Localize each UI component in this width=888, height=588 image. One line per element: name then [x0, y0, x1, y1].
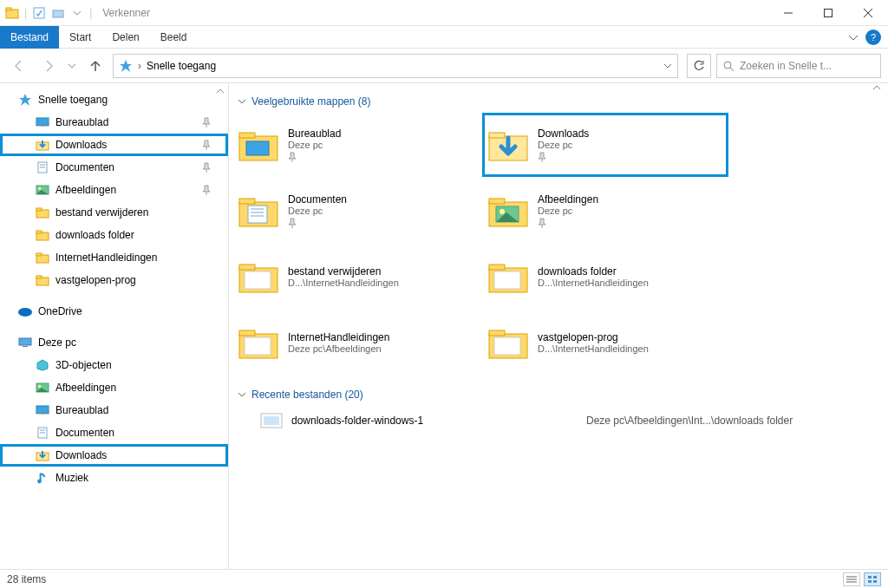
svg-rect-76 [873, 580, 877, 583]
sidebar-item-qa[interactable]: vastgelopen-prog [0, 269, 228, 291]
svg-rect-69 [264, 416, 279, 425]
ribbon-tab-delen[interactable]: Delen [101, 26, 149, 49]
folder-name: Bureaublad [288, 127, 341, 140]
breadcrumb-chevron-icon[interactable]: › [138, 60, 141, 72]
address-bar[interactable]: › Snelle toegang [113, 54, 678, 78]
folder-icon [35, 251, 50, 265]
window-title: Verkenner [102, 7, 150, 19]
maximize-button[interactable] [808, 0, 848, 26]
folder-card[interactable]: BureaubladDeze pc [234, 114, 477, 175]
view-large-icons-button[interactable] [864, 572, 881, 586]
address-dropdown-icon[interactable] [663, 62, 672, 70]
svg-rect-2 [34, 8, 44, 18]
qat-dropdown-icon[interactable] [70, 6, 84, 20]
sidebar-scroll-up-icon[interactable] [212, 83, 228, 99]
pin-icon [538, 152, 589, 162]
sidebar-item-pc[interactable]: Afbeeldingen [0, 376, 228, 399]
section-label: Recente bestanden (20) [251, 389, 363, 401]
sidebar-item-qa[interactable]: downloads folder [0, 224, 228, 246]
section-recent-files[interactable]: Recente bestanden (20) [234, 385, 879, 408]
content-scroll-up-icon[interactable] [872, 83, 888, 99]
folder-icon [35, 273, 50, 287]
svg-rect-13 [41, 124, 45, 126]
nav-back-button[interactable] [7, 54, 31, 78]
recent-file-row[interactable]: downloads-folder-windows-1Deze pc\Afbeel… [234, 408, 879, 434]
qat-newfolder-icon[interactable] [51, 6, 65, 20]
svg-rect-45 [489, 133, 505, 138]
folder-name: bestand verwijderen [288, 265, 399, 278]
ribbon-tab-start[interactable]: Start [59, 26, 101, 49]
folder-folder-icon [487, 256, 529, 297]
qat-properties-icon[interactable] [32, 6, 46, 20]
sidebar-item-pc[interactable]: Bureaublad [0, 399, 228, 421]
tree-label: vastgelopen-prog [56, 274, 136, 286]
folder-name: downloads folder [538, 265, 649, 278]
svg-rect-66 [489, 330, 505, 336]
qat-divider-2: | [89, 7, 92, 19]
documents-icon [35, 160, 50, 174]
sidebar-item-qa[interactable]: InternetHandleidingen [0, 246, 228, 269]
folder-location: D...\InternetHandleidingen [538, 278, 649, 288]
view-details-button[interactable] [843, 572, 860, 586]
folder-icon [35, 228, 50, 242]
folder-card[interactable]: downloads folderD...\InternetHandleiding… [484, 246, 727, 307]
close-button[interactable] [848, 0, 888, 26]
folder-card[interactable]: DocumentenDeze pc [234, 180, 477, 241]
svg-point-55 [500, 209, 505, 214]
svg-rect-57 [239, 265, 255, 270]
svg-line-10 [730, 68, 734, 71]
pictures-icon [35, 381, 50, 395]
ribbon-tab-beeld[interactable]: Beeld [150, 26, 198, 49]
svg-rect-64 [245, 337, 271, 355]
documents-icon [35, 426, 50, 440]
tree-label: Bureaublad [56, 116, 108, 128]
refresh-button[interactable] [687, 54, 711, 78]
svg-point-28 [18, 308, 32, 317]
pictures-icon [35, 183, 50, 197]
sidebar-item-qa[interactable]: Downloads [0, 134, 228, 156]
folder-folder-icon [238, 322, 279, 363]
nav-recent-dropdown[interactable] [66, 54, 78, 78]
svg-marker-8 [120, 60, 132, 72]
sidebar-item-pc[interactable]: 3D-objecten [0, 354, 228, 376]
folder-card[interactable]: InternetHandleidingenDeze pc\Afbeeldinge… [234, 312, 477, 373]
help-button[interactable]: ? [865, 29, 881, 45]
sidebar-item-pc[interactable]: Muziek [0, 467, 228, 489]
folder-card[interactable]: vastgelopen-progD...\InternetHandleiding… [484, 312, 727, 373]
tree-quick-access[interactable]: Snelle toegang [0, 88, 228, 111]
svg-marker-31 [37, 360, 48, 370]
nav-up-button[interactable] [83, 54, 108, 78]
sidebar-item-qa[interactable]: bestand verwijderen [0, 201, 228, 224]
folder-name: Documenten [288, 193, 347, 206]
folder-card[interactable]: DownloadsDeze pc [484, 114, 727, 175]
folder-name: InternetHandleidingen [288, 331, 389, 343]
tree-this-pc[interactable]: Deze pc [0, 331, 228, 354]
folder-card[interactable]: bestand verwijderenD...\InternetHandleid… [234, 246, 477, 307]
svg-rect-73 [868, 576, 872, 578]
ribbon-tab-bestand[interactable]: Bestand [0, 26, 59, 49]
tree-label: Bureaublad [56, 404, 108, 416]
svg-rect-23 [36, 231, 42, 233]
svg-point-40 [37, 480, 42, 484]
folder-card[interactable]: AfbeeldingenDeze pc [484, 180, 727, 241]
sidebar-item-qa[interactable]: Afbeeldingen [0, 179, 228, 201]
svg-rect-30 [23, 346, 28, 347]
tree-onedrive[interactable]: OneDrive [0, 300, 228, 323]
minimize-button[interactable] [768, 0, 808, 26]
folder-location: Deze pc [538, 140, 589, 150]
sidebar-item-qa[interactable]: Bureaublad [0, 111, 228, 134]
search-box[interactable]: Zoeken in Snelle t... [716, 54, 881, 78]
nav-forward-button[interactable] [36, 54, 61, 78]
section-frequent-folders[interactable]: Veelgebruikte mappen (8) [234, 92, 879, 114]
svg-point-9 [724, 62, 731, 69]
svg-rect-75 [868, 580, 872, 583]
sidebar-item-pc[interactable]: Downloads [0, 444, 228, 467]
folder-location: D...\InternetHandleidingen [538, 343, 649, 354]
onedrive-icon [17, 305, 33, 317]
tree-label: Documenten [56, 161, 114, 173]
quick-access-star-icon [17, 93, 33, 107]
sidebar-item-pc[interactable]: Documenten [0, 421, 228, 444]
ribbon-expand-icon[interactable] [848, 32, 859, 42]
recent-file-path: Deze pc\Afbeeldingen\Int...\downloads fo… [586, 415, 793, 427]
sidebar-item-qa[interactable]: Documenten [0, 156, 228, 179]
